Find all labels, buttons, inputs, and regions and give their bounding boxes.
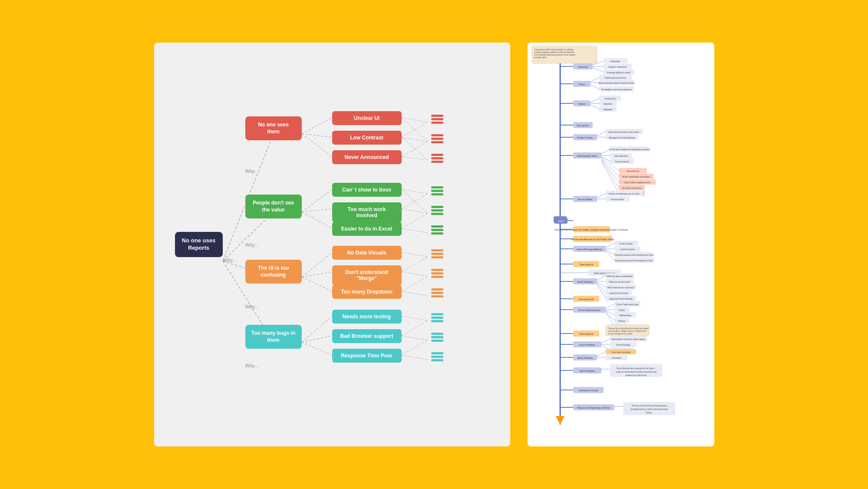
- child-needs-testing: Needs more testing: [332, 310, 402, 324]
- svg-line-7: [302, 189, 332, 212]
- svg-line-22: [402, 157, 428, 160]
- svg-line-15: [302, 342, 332, 355]
- svg-text:Time-boxed LBL: Time-boxed LBL: [578, 298, 594, 301]
- svg-text:Too much coordination: Too much coordination: [622, 187, 642, 189]
- svg-line-28: [402, 228, 428, 233]
- child-response-time: Response Time Poor: [332, 349, 402, 363]
- svg-text:Lightweight: Lightweight: [610, 60, 620, 63]
- svg-line-36: [402, 336, 428, 340]
- svg-text:Sprint Backlog: Sprint Backlog: [579, 370, 594, 372]
- svg-line-16: [402, 118, 428, 122]
- svg-line-26: [402, 209, 428, 213]
- svg-line-4: [302, 118, 332, 134]
- svg-text:Sprint Backlog: Sprint Backlog: [577, 281, 592, 283]
- svg-text:Adds detail on the three aspec: Adds detail on the three aspects above: [611, 338, 645, 340]
- branch-no-one-sees: No one sees them: [245, 116, 302, 140]
- svg-text:Fails to deliver significant w: Fails to deliver significant work: [624, 182, 650, 184]
- svg-text:Ordered list of everything tha: Ordered list of everything that might be…: [608, 327, 649, 330]
- svg-line-25: [402, 189, 428, 213]
- svg-text:Product Quality: Product Quality: [619, 243, 633, 245]
- svg-text:Scrum Master: Scrum Master: [577, 198, 592, 201]
- svg-text:Latest Increment: Latest Increment: [620, 248, 635, 251]
- svg-text:Adaptation: Adaptation: [603, 109, 613, 111]
- svg-line-38: [402, 355, 428, 360]
- svg-line-18: [402, 118, 428, 142]
- child-too-many-dropdown: Too many Dropdown: [332, 285, 402, 299]
- child-no-data-visuals: No Data Visuals: [332, 246, 402, 260]
- bars-easier-excel: [431, 225, 443, 235]
- svg-text:Shared understanding of 'Done': Shared understanding of 'Done': [577, 406, 610, 409]
- svg-text:Knowledge comes from experienc: Knowledge comes from experience: [601, 89, 632, 91]
- svg-text:Process: Process: [618, 320, 625, 322]
- svg-text:Projected capacity of the Deve: Projected capacity of the Development Te…: [614, 254, 653, 256]
- svg-text:Manages the Product Backlog: Manages the Product Backlog: [608, 137, 635, 139]
- svg-text:Maximizing the value of the pr: Maximizing the value of the product: [608, 131, 640, 133]
- root-label: No one uses Reports: [182, 237, 215, 251]
- svg-text:Scrum Retrospective: Scrum Retrospective: [578, 309, 600, 311]
- branch-people-value: People don't see the value: [245, 195, 302, 218]
- child-cant-show-boss: Can' t show to boss: [332, 183, 402, 197]
- svg-line-12: [302, 277, 332, 291]
- branch-bugs: Too many bugs in them: [245, 325, 302, 349]
- svg-text:Transparency: Transparency: [604, 98, 616, 100]
- svg-text:Time-boxed M: Time-boxed M: [579, 263, 593, 266]
- svg-line-10: [302, 252, 332, 277]
- svg-line-14: [302, 336, 332, 342]
- svg-text:Direct work remaining: Direct work remaining: [611, 351, 630, 354]
- child-low-contrast: Low Contrast: [332, 131, 402, 145]
- svg-text:A framework within which peopl: A framework within which people can addr…: [534, 49, 574, 51]
- child-easier-excel: Easier to do in Excel: [332, 222, 402, 236]
- svg-text:Simple to understand: Simple to understand: [608, 66, 627, 68]
- svg-text:Time-boxed M: Time-boxed M: [579, 333, 593, 335]
- svg-line-5: [302, 134, 332, 137]
- svg-line-35: [402, 320, 428, 336]
- svg-line-8: [302, 209, 332, 212]
- svg-text:realising the Sprint Goal.: realising the Sprint Goal.: [625, 374, 647, 377]
- root-node: No one uses Reports: [175, 232, 223, 257]
- svg-text:Inspect the increment: Inspect the increment: [609, 292, 628, 294]
- svg-text:for any changes to be made.: for any changes to be made.: [608, 333, 633, 335]
- svg-line-17: [402, 122, 428, 137]
- svg-text:Self-organizing: Self-organizing: [614, 155, 627, 157]
- svg-text:One person: One person: [576, 124, 589, 127]
- svg-text:Adapt the Product Backlog: Adapt the Product Backlog: [609, 298, 633, 300]
- why4-label: Why...: [245, 363, 258, 368]
- svg-text:Development Team: Development Team: [577, 155, 597, 157]
- bars-response-time: [431, 352, 443, 361]
- svg-text:The sum of all the Product Bac: The sum of all the Product Backlog Items: [631, 405, 667, 407]
- svg-text:Hinder collaborative interacti: Hinder collaborative interactions: [622, 176, 650, 178]
- svg-line-6: [302, 134, 332, 157]
- svg-text:Past performance of the Develo: Past performance of the Development Team: [615, 260, 653, 262]
- svg-text:Inspection: Inspection: [603, 103, 612, 105]
- svg-line-1: [223, 212, 274, 261]
- bars-too-much-work: [431, 206, 443, 215]
- bars-low-contrast: [431, 134, 443, 143]
- bars-unclear-ui: [431, 115, 443, 124]
- svg-text:Do the work to deliver the rel: Do the work to deliver the releasable in…: [609, 149, 650, 151]
- child-too-much-work: Too much work involved: [332, 202, 402, 222]
- child-bad-browser: Bad Browser support: [332, 329, 402, 343]
- root-why-label: Why...: [224, 258, 237, 263]
- svg-line-31: [402, 272, 428, 276]
- svg-text:Fosters to understand use of s: Fosters to understand use of scrum: [608, 193, 639, 195]
- svg-line-20: [402, 137, 428, 160]
- svg-text:Set of Backlog Items selected : Set of Backlog Items selected for the Sp…: [616, 367, 656, 370]
- svg-text:Too small (<3): Too small (<3): [626, 170, 639, 172]
- svg-text:Cross-functional: Cross-functional: [614, 161, 629, 163]
- svg-text:Developed: Developed: [612, 357, 621, 359]
- svg-line-32: [402, 276, 428, 291]
- svg-text:complex adaptive problems, whi: complex adaptive problems, while product…: [534, 51, 575, 53]
- why2-label: Why...: [245, 242, 258, 248]
- bars-bad-browser: [431, 333, 443, 342]
- svg-line-21: [402, 142, 428, 157]
- svg-text:Makes decisions based on what : Makes decisions based on what is known: [598, 82, 634, 84]
- right-panel: A framework within which people can addr…: [528, 43, 714, 446]
- branch-ui-confusing: The UI is too confusing: [245, 260, 302, 284]
- svg-text:Time-box 1mo to create the use: Time-box 1mo to create the useable, pote…: [554, 228, 628, 231]
- svg-text:Values: Values: [578, 102, 585, 105]
- svg-text:Scrum Trade known best: Scrum Trade known best: [617, 304, 639, 306]
- svg-text:Product Owner: Product Owner: [577, 136, 593, 139]
- svg-text:Relationships: Relationships: [619, 314, 631, 317]
- bars-needs-testing: [431, 313, 443, 322]
- svg-line-37: [402, 340, 428, 355]
